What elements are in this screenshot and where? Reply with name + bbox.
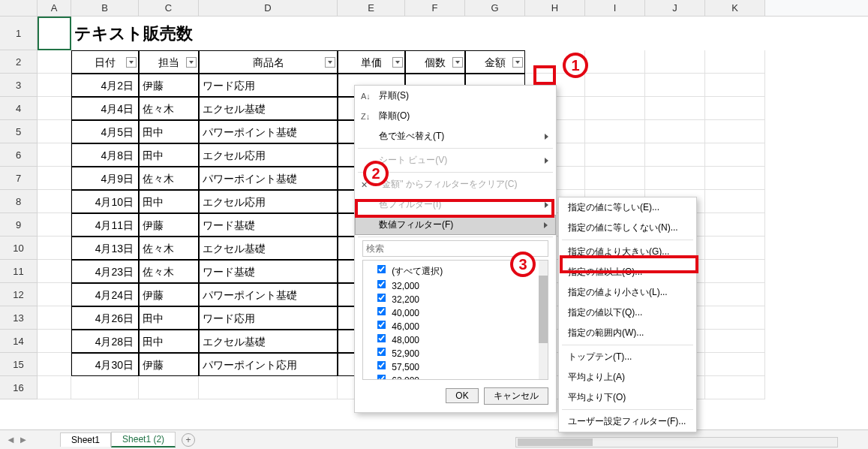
filter-button-price[interactable] <box>392 57 403 68</box>
cell-empty[interactable] <box>38 97 71 120</box>
cell-empty[interactable] <box>139 376 199 399</box>
col-header-k[interactable]: K <box>705 0 765 16</box>
cell-empty[interactable] <box>705 190 765 213</box>
header-date[interactable]: 日付 <box>71 50 139 74</box>
menu-number-filter[interactable]: 数値フィルター(F) <box>355 215 556 235</box>
cell-product[interactable]: パワーポイント基礎 <box>199 120 338 143</box>
cell-product[interactable]: ワード応用 <box>199 74 338 97</box>
cell-empty[interactable] <box>645 97 705 120</box>
col-header-b[interactable]: B <box>71 0 139 16</box>
cell-staff[interactable]: 田中 <box>139 190 199 213</box>
col-header-e[interactable]: E <box>338 0 405 16</box>
col-header-i[interactable]: I <box>585 0 645 16</box>
col-header-g[interactable]: G <box>465 0 525 16</box>
col-header-c[interactable]: C <box>139 0 199 16</box>
filter-checkbox[interactable] <box>377 334 386 343</box>
cell-product[interactable]: エクセル応用 <box>199 143 338 167</box>
cell-date[interactable]: 4月28日 <box>71 330 139 353</box>
cell-staff[interactable]: 田中 <box>139 143 199 167</box>
menu-sort-desc[interactable]: Z↓降順(O) <box>355 106 556 126</box>
cell-empty[interactable] <box>38 237 71 260</box>
cell-empty[interactable] <box>705 74 765 97</box>
filter-button-product[interactable] <box>325 57 335 68</box>
submenu-above-avg[interactable]: 平均より上(A) <box>559 367 696 387</box>
cell-empty[interactable] <box>705 213 765 237</box>
cell-staff[interactable]: 伊藤 <box>139 74 199 97</box>
cell-empty[interactable] <box>705 237 765 260</box>
filter-check-item[interactable]: 62,000 <box>366 373 545 380</box>
cell-empty[interactable] <box>38 306 71 330</box>
cell-date[interactable]: 4月11日 <box>71 213 139 237</box>
submenu-between[interactable]: 指定の範囲内(W)... <box>559 323 696 343</box>
cell-date[interactable]: 4月9日 <box>71 167 139 190</box>
cell-staff[interactable]: 伊藤 <box>139 213 199 237</box>
cell-empty[interactable] <box>38 120 71 143</box>
cell-a1[interactable] <box>38 17 71 50</box>
cell-empty[interactable] <box>645 143 705 167</box>
cell-product[interactable]: エクセル応用 <box>199 190 338 213</box>
cell-empty[interactable] <box>199 376 338 399</box>
cell-staff[interactable]: 田中 <box>139 120 199 143</box>
row-header[interactable]: 14 <box>0 330 38 353</box>
filter-button-amount[interactable] <box>512 57 523 68</box>
cell-empty[interactable] <box>38 167 71 190</box>
sheet-tab-2[interactable]: Sheet1 (2) <box>111 432 176 447</box>
row-header[interactable]: 3 <box>0 74 38 97</box>
filter-check-item[interactable]: 57,500 <box>366 360 545 373</box>
title-cell[interactable]: テキスト販売数 <box>71 17 868 50</box>
submenu-not-equal[interactable]: 指定の値に等しくない(N)... <box>559 218 696 238</box>
scrollbar-thumb[interactable] <box>518 438 593 446</box>
filter-button-staff[interactable] <box>186 57 197 68</box>
cell-empty[interactable] <box>705 376 765 399</box>
scrollbar-thumb[interactable] <box>539 276 548 343</box>
submenu-top10[interactable]: トップテン(T)... <box>559 347 696 367</box>
cell-date[interactable]: 4月26日 <box>71 306 139 330</box>
cell-product[interactable]: パワーポイント応用 <box>199 353 338 376</box>
row-header[interactable]: 7 <box>0 167 38 190</box>
row-header-16[interactable]: 16 <box>0 376 38 399</box>
cancel-button[interactable]: キャンセル <box>484 387 548 405</box>
submenu-equal[interactable]: 指定の値に等しい(E)... <box>559 197 696 218</box>
header-price[interactable]: 単価 <box>338 50 405 74</box>
filter-check-item[interactable]: 40,000 <box>366 306 545 319</box>
submenu-lte[interactable]: 指定の値以下(Q)... <box>559 303 696 323</box>
filter-checkbox[interactable] <box>377 361 386 370</box>
header-qty[interactable]: 個数 <box>405 50 465 74</box>
col-header-a[interactable]: A <box>38 0 71 16</box>
filter-check-item[interactable]: 48,000 <box>366 333 545 346</box>
cell-empty[interactable] <box>38 190 71 213</box>
row-header[interactable]: 9 <box>0 213 38 237</box>
filter-checkbox[interactable] <box>377 307 386 316</box>
cell-date[interactable]: 4月13日 <box>71 237 139 260</box>
row-header-2[interactable]: 2 <box>0 50 38 74</box>
filter-checkbox[interactable] <box>377 375 386 380</box>
horizontal-scrollbar[interactable] <box>515 437 838 447</box>
menu-sort-color[interactable]: 色で並べ替え(T) <box>355 126 556 146</box>
cell-empty[interactable] <box>585 167 645 190</box>
cell-empty[interactable] <box>705 283 765 306</box>
header-amount[interactable]: 金額 <box>465 50 525 74</box>
filter-button-qty[interactable] <box>452 57 463 68</box>
cell-product[interactable]: パワーポイント基礎 <box>199 167 338 190</box>
cell-staff[interactable]: 佐々木 <box>139 167 199 190</box>
filter-checkbox[interactable] <box>377 294 386 303</box>
cell-staff[interactable]: 伊藤 <box>139 353 199 376</box>
cell-empty[interactable] <box>585 74 645 97</box>
submenu-less[interactable]: 指定の値より小さい(L)... <box>559 282 696 303</box>
cell-empty[interactable] <box>38 74 71 97</box>
cell-staff[interactable]: 伊藤 <box>139 283 199 306</box>
filter-checkbox[interactable] <box>377 265 386 274</box>
row-header[interactable]: 13 <box>0 306 38 330</box>
cell-date[interactable]: 4月10日 <box>71 190 139 213</box>
header-product[interactable]: 商品名 <box>199 50 338 74</box>
col-header-j[interactable]: J <box>645 0 705 16</box>
filter-checkbox[interactable] <box>377 280 386 289</box>
cell-date[interactable]: 4月2日 <box>71 74 139 97</box>
cell-empty[interactable] <box>585 143 645 167</box>
ok-button[interactable]: OK <box>446 388 478 403</box>
cell-staff[interactable]: 佐々木 <box>139 97 199 120</box>
cell-empty[interactable] <box>38 330 71 353</box>
cell-empty[interactable] <box>645 120 705 143</box>
cell-empty[interactable] <box>585 50 645 74</box>
cell-empty[interactable] <box>71 376 139 399</box>
